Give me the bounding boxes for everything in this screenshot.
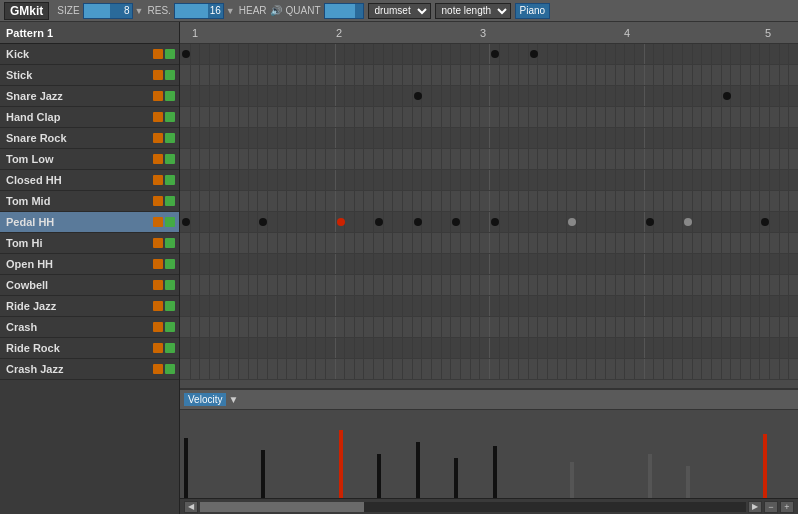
note-dot[interactable] [182,50,190,58]
velocity-bar[interactable] [493,446,497,498]
mute-button[interactable] [153,112,163,122]
grid-row-1[interactable] [180,65,798,86]
piano-button[interactable]: Piano [515,3,551,19]
note-dot[interactable] [568,218,576,226]
grid-row-5[interactable] [180,149,798,170]
note-dot[interactable] [452,218,460,226]
mute-button[interactable] [153,301,163,311]
scroll-right-arrow[interactable]: ▶ [748,501,762,513]
mute-button[interactable] [153,91,163,101]
velocity-bar[interactable] [570,462,574,498]
res-slider[interactable]: 16 [174,3,224,19]
solo-button[interactable] [165,154,175,164]
note-dot[interactable] [259,218,267,226]
mute-button[interactable] [153,322,163,332]
solo-button[interactable] [165,49,175,59]
solo-button[interactable] [165,343,175,353]
instrument-row-closed-hh[interactable]: Closed HH [0,170,179,191]
instrument-row-hand-clap[interactable]: Hand Clap [0,107,179,128]
solo-button[interactable] [165,196,175,206]
note-length-dropdown[interactable]: note length [435,3,511,19]
solo-button[interactable] [165,301,175,311]
instrument-row-snare-jazz[interactable]: Snare Jazz [0,86,179,107]
instrument-row-open-hh[interactable]: Open HH [0,254,179,275]
mute-button[interactable] [153,217,163,227]
mute-button[interactable] [153,343,163,353]
instrument-row-kick[interactable]: Kick [0,44,179,65]
note-dot[interactable] [491,50,499,58]
mute-button[interactable] [153,238,163,248]
solo-button[interactable] [165,364,175,374]
grid-row-12[interactable] [180,296,798,317]
note-dot[interactable] [414,218,422,226]
mute-button[interactable] [153,196,163,206]
grid-row-14[interactable] [180,338,798,359]
velocity-label[interactable]: Velocity [184,393,226,406]
note-dot[interactable] [723,92,731,100]
instrument-row-pedal-hh[interactable]: Pedal HH [0,212,179,233]
zoom-in-button[interactable]: + [780,501,794,513]
mute-button[interactable] [153,49,163,59]
grid-row-6[interactable] [180,170,798,191]
velocity-content[interactable] [180,410,798,498]
grid-row-8[interactable] [180,212,798,233]
instrument-row-crash[interactable]: Crash [0,317,179,338]
instrument-row-ride-jazz[interactable]: Ride Jazz [0,296,179,317]
note-dot[interactable] [761,218,769,226]
grid-row-7[interactable] [180,191,798,212]
mute-button[interactable] [153,364,163,374]
note-dot[interactable] [530,50,538,58]
grid-row-13[interactable] [180,317,798,338]
velocity-bar[interactable] [184,438,188,498]
instrument-row-cowbell[interactable]: Cowbell [0,275,179,296]
velocity-bar[interactable] [454,458,458,498]
solo-button[interactable] [165,91,175,101]
solo-button[interactable] [165,280,175,290]
instrument-row-stick[interactable]: Stick [0,65,179,86]
instrument-row-snare-rock[interactable]: Snare Rock [0,128,179,149]
zoom-out-button[interactable]: − [764,501,778,513]
note-dot[interactable] [414,92,422,100]
instrument-row-ride-rock[interactable]: Ride Rock [0,338,179,359]
quant-slider[interactable] [324,3,364,19]
scroll-left-arrow[interactable]: ◀ [184,501,198,513]
mute-button[interactable] [153,133,163,143]
note-dot[interactable] [646,218,654,226]
mute-button[interactable] [153,154,163,164]
note-dot[interactable] [375,218,383,226]
mute-button[interactable] [153,259,163,269]
grid-row-9[interactable] [180,233,798,254]
drumset-dropdown[interactable]: drumset [368,3,431,19]
grid-row-11[interactable] [180,275,798,296]
solo-button[interactable] [165,175,175,185]
velocity-bar[interactable] [377,454,381,498]
velocity-dropdown-arrow[interactable]: ▼ [228,394,238,405]
instrument-row-tom-low[interactable]: Tom Low [0,149,179,170]
solo-button[interactable] [165,112,175,122]
velocity-bar[interactable] [416,442,420,498]
solo-button[interactable] [165,70,175,80]
solo-button[interactable] [165,133,175,143]
solo-button[interactable] [165,322,175,332]
res-arrow[interactable]: ▼ [226,6,235,16]
size-slider[interactable]: 8 [83,3,133,19]
note-dot[interactable] [491,218,499,226]
note-dot[interactable] [182,218,190,226]
size-arrow[interactable]: ▼ [135,6,144,16]
instrument-row-tom-mid[interactable]: Tom Mid [0,191,179,212]
velocity-bar[interactable] [261,450,265,498]
instrument-row-tom-hi[interactable]: Tom Hi [0,233,179,254]
solo-button[interactable] [165,217,175,227]
velocity-bar[interactable] [763,434,767,498]
instrument-row-crash-jazz[interactable]: Crash Jazz [0,359,179,380]
solo-button[interactable] [165,259,175,269]
note-dot[interactable] [337,218,345,226]
note-dot[interactable] [684,218,692,226]
mute-button[interactable] [153,70,163,80]
velocity-bar[interactable] [339,430,343,498]
grid-row-4[interactable] [180,128,798,149]
velocity-bar[interactable] [686,466,690,498]
velocity-bar[interactable] [648,454,652,498]
grid-row-2[interactable] [180,86,798,107]
mute-button[interactable] [153,175,163,185]
